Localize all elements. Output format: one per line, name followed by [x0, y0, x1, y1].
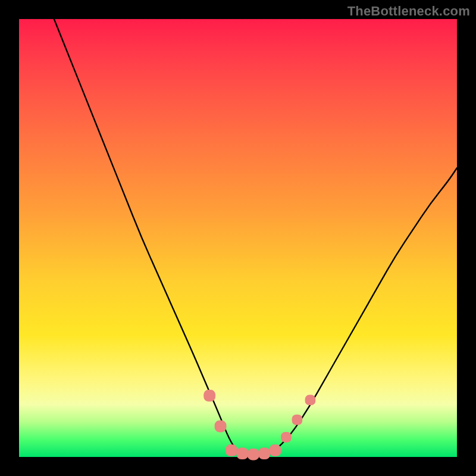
watermark-text: TheBottleneck.com — [347, 4, 470, 19]
bottleneck-curve — [54, 19, 457, 457]
curve-marker — [305, 395, 316, 406]
curve-marker — [226, 444, 237, 456]
plot-area — [19, 19, 457, 457]
curve-marker — [215, 421, 227, 433]
curve-marker — [281, 432, 292, 443]
curve-markers — [203, 390, 315, 460]
curve-marker — [236, 447, 248, 459]
curve-marker — [292, 415, 303, 425]
bottleneck-curve-svg — [19, 19, 457, 457]
curve-marker — [248, 449, 259, 461]
curve-marker — [258, 447, 270, 459]
chart-frame: TheBottleneck.com — [0, 0, 476, 476]
curve-marker — [270, 444, 281, 456]
curve-marker — [203, 390, 215, 402]
